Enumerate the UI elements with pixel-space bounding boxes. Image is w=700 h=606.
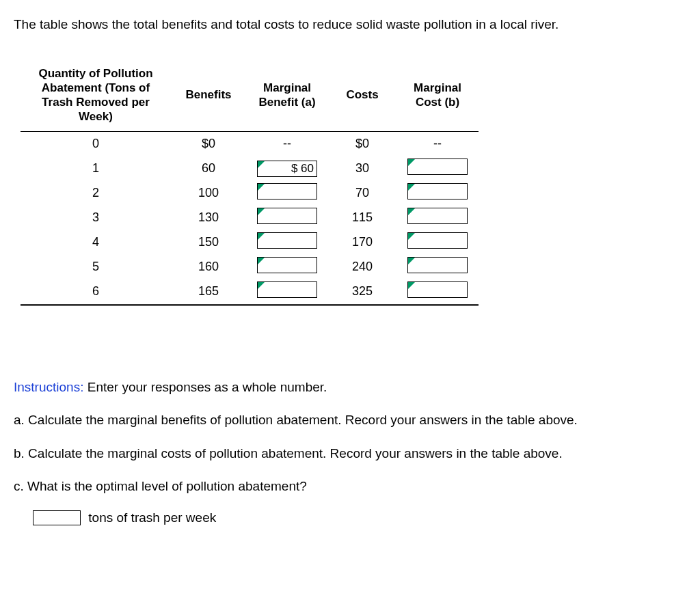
cell-costs: 70 bbox=[328, 181, 396, 206]
cell-quantity: 5 bbox=[21, 255, 171, 279]
marginal-benefit-input[interactable] bbox=[257, 281, 317, 298]
cell-quantity: 3 bbox=[21, 206, 171, 230]
cell-marginal-cost bbox=[396, 255, 479, 279]
question-a: a. Calculate the marginal benefits of po… bbox=[14, 411, 686, 430]
answer-c-unit: tons of trash per week bbox=[88, 510, 216, 525]
cell-marginal-cost bbox=[396, 279, 479, 305]
marginal-benefit-input[interactable] bbox=[257, 257, 317, 273]
marginal-cost-input[interactable] bbox=[407, 183, 468, 199]
marginal-cost-input[interactable] bbox=[407, 232, 468, 249]
marginal-cost-input[interactable] bbox=[407, 208, 468, 224]
header-marginal-benefit: Marginal Benefit (a) bbox=[246, 62, 328, 132]
table-row: 6165325 bbox=[21, 279, 479, 305]
marginal-benefit-input[interactable] bbox=[257, 183, 317, 199]
cell-benefits: 130 bbox=[171, 206, 246, 230]
cell-benefits: 160 bbox=[171, 255, 246, 279]
cell-benefits: 100 bbox=[171, 181, 246, 206]
corner-indicator-icon bbox=[258, 208, 265, 215]
marginal-cost-input[interactable] bbox=[407, 257, 468, 273]
header-marginal-cost: Marginal Cost (b) bbox=[396, 62, 479, 132]
corner-indicator-icon bbox=[258, 282, 265, 289]
header-quantity: Quantity of Pollution Abatement (Tons of… bbox=[21, 62, 171, 132]
cell-quantity: 0 bbox=[21, 131, 171, 156]
table-row: 3130115 bbox=[21, 206, 479, 230]
cell-benefits: 165 bbox=[171, 279, 246, 305]
answer-c-input[interactable] bbox=[33, 510, 81, 525]
data-table: Quantity of Pollution Abatement (Tons of… bbox=[21, 62, 479, 306]
corner-indicator-icon bbox=[258, 184, 265, 191]
cell-costs: 170 bbox=[328, 230, 396, 255]
instructions-text: Enter your responses as a whole number. bbox=[83, 380, 327, 394]
cell-marginal-benefit: -- bbox=[246, 131, 328, 156]
marginal-benefit-input[interactable] bbox=[257, 208, 317, 224]
table-row: 4150170 bbox=[21, 230, 479, 255]
header-benefits: Benefits bbox=[171, 62, 246, 132]
cell-quantity: 2 bbox=[21, 181, 171, 206]
cell-marginal-benefit bbox=[246, 255, 328, 279]
cell-costs: 240 bbox=[328, 255, 396, 279]
table-row: 0$0--$0-- bbox=[21, 131, 479, 156]
question-c: c. What is the optimal level of pollutio… bbox=[14, 477, 686, 497]
table-row: 160$ 6030 bbox=[21, 156, 479, 181]
marginal-cost-input[interactable] bbox=[407, 159, 468, 175]
corner-indicator-icon bbox=[408, 282, 415, 289]
input-value: $ 60 bbox=[291, 162, 314, 175]
instructions-line: Instructions: Enter your responses as a … bbox=[14, 378, 686, 398]
marginal-cost-input[interactable] bbox=[407, 281, 468, 298]
cell-marginal-benefit bbox=[246, 181, 328, 206]
corner-indicator-icon bbox=[408, 208, 415, 215]
cell-marginal-cost bbox=[396, 181, 479, 206]
cell-quantity: 4 bbox=[21, 230, 171, 255]
cell-benefits: $0 bbox=[171, 131, 246, 156]
corner-indicator-icon bbox=[408, 159, 415, 166]
question-b: b. Calculate the marginal costs of pollu… bbox=[14, 444, 686, 464]
cell-costs: 325 bbox=[328, 279, 396, 305]
cell-costs: 30 bbox=[328, 156, 396, 181]
marginal-benefit-input[interactable]: $ 60 bbox=[257, 161, 317, 177]
cell-marginal-benefit bbox=[246, 206, 328, 230]
cell-costs: $0 bbox=[328, 131, 396, 156]
cell-quantity: 1 bbox=[21, 156, 171, 181]
table-row: 5160240 bbox=[21, 255, 479, 279]
instructions-label: Instructions: bbox=[14, 380, 83, 394]
cell-benefits: 150 bbox=[171, 230, 246, 255]
cell-marginal-cost bbox=[396, 156, 479, 181]
corner-indicator-icon bbox=[258, 161, 265, 168]
corner-indicator-icon bbox=[408, 233, 415, 240]
cell-marginal-benefit: $ 60 bbox=[246, 156, 328, 181]
answer-c-row: tons of trash per week bbox=[14, 510, 686, 526]
header-costs: Costs bbox=[328, 62, 396, 132]
cell-benefits: 60 bbox=[171, 156, 246, 181]
cell-marginal-benefit bbox=[246, 279, 328, 305]
corner-indicator-icon bbox=[258, 258, 265, 264]
cell-costs: 115 bbox=[328, 206, 396, 230]
cell-marginal-cost bbox=[396, 230, 479, 255]
cell-quantity: 6 bbox=[21, 279, 171, 305]
corner-indicator-icon bbox=[408, 258, 415, 264]
marginal-benefit-input[interactable] bbox=[257, 232, 317, 249]
corner-indicator-icon bbox=[258, 233, 265, 240]
table-row: 210070 bbox=[21, 181, 479, 206]
cell-marginal-benefit bbox=[246, 230, 328, 255]
cell-marginal-cost bbox=[396, 206, 479, 230]
intro-text: The table shows the total benefits and t… bbox=[14, 15, 686, 35]
cell-marginal-cost: -- bbox=[396, 131, 479, 156]
corner-indicator-icon bbox=[408, 184, 415, 191]
